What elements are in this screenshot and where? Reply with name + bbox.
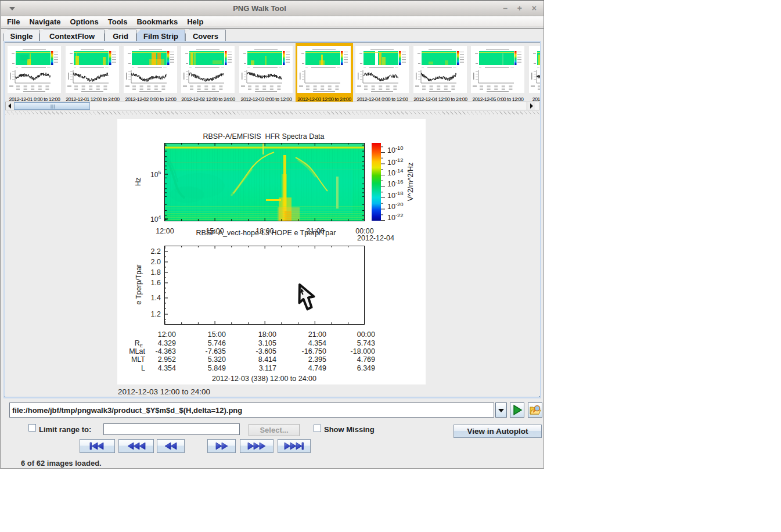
svg-text:-7.635: -7.635 xyxy=(206,347,226,355)
svg-text:104: 104 xyxy=(150,214,161,224)
svg-text:-4.363: -4.363 xyxy=(156,347,176,355)
svg-text:5.746: 5.746 xyxy=(208,339,226,347)
svg-text:4.749: 4.749 xyxy=(308,364,326,372)
svg-text:00:00: 00:00 xyxy=(357,330,375,339)
svg-text:12:00: 12:00 xyxy=(158,330,176,339)
svg-text:-16.750: -16.750 xyxy=(302,347,326,355)
svg-text:10-14: 10-14 xyxy=(387,167,404,177)
svg-text:10-10: 10-10 xyxy=(387,145,404,154)
svg-text:2.0: 2.0 xyxy=(151,258,161,266)
svg-text:10-20: 10-20 xyxy=(387,201,404,211)
svg-text:-18.000: -18.000 xyxy=(351,347,375,355)
svg-text:10-16: 10-16 xyxy=(387,178,404,188)
svg-text:10-18: 10-18 xyxy=(387,190,404,200)
svg-text:10-12: 10-12 xyxy=(387,157,404,167)
svg-text:4.354: 4.354 xyxy=(158,364,176,372)
svg-text:RBSP-A_vect-hope-L3 HOPE e Tp: RBSP-A_vect-hope-L3 HOPE e Tperp/Tpar xyxy=(196,229,336,237)
svg-text:4.354: 4.354 xyxy=(308,339,326,347)
svg-text:RBSP-A/EMFISIS HFR Spectra Da: RBSP-A/EMFISIS HFR Spectra Data xyxy=(203,132,324,141)
svg-text:105: 105 xyxy=(150,170,161,179)
svg-text:1.8: 1.8 xyxy=(151,268,161,276)
svg-text:5.849: 5.849 xyxy=(208,364,226,372)
svg-text:2012-12-03 (338) 12:00 to 24:0: 2012-12-03 (338) 12:00 to 24:00 xyxy=(212,375,316,383)
svg-text:1.6: 1.6 xyxy=(151,279,161,287)
svg-text:2.952: 2.952 xyxy=(158,355,176,364)
svg-text:MLT: MLT xyxy=(131,355,145,364)
svg-text:2.2: 2.2 xyxy=(151,247,161,256)
svg-text:8.414: 8.414 xyxy=(258,355,276,364)
svg-text:18:00: 18:00 xyxy=(258,330,276,339)
svg-text:L: L xyxy=(141,364,145,372)
svg-text:2.395: 2.395 xyxy=(308,355,326,364)
svg-text:6.349: 6.349 xyxy=(357,364,375,372)
svg-text:12:00: 12:00 xyxy=(156,227,174,235)
svg-text:e Tperp/Tpar: e Tperp/Tpar xyxy=(135,264,143,304)
svg-text:-3.605: -3.605 xyxy=(256,347,276,355)
svg-text:V^2/m^2/Hz: V^2/m^2/Hz xyxy=(406,163,415,202)
svg-text:4.769: 4.769 xyxy=(357,355,375,364)
svg-text:3.117: 3.117 xyxy=(259,364,276,372)
svg-text:15:00: 15:00 xyxy=(208,330,226,339)
svg-text:3.105: 3.105 xyxy=(258,339,276,347)
svg-text:MLat: MLat xyxy=(129,347,145,355)
svg-text:5.743: 5.743 xyxy=(357,339,375,347)
svg-text:10-22: 10-22 xyxy=(387,212,404,222)
svg-text:1.2: 1.2 xyxy=(151,310,161,318)
svg-text:Hz: Hz xyxy=(134,178,142,186)
svg-text:4.329: 4.329 xyxy=(158,339,176,347)
svg-text:1.4: 1.4 xyxy=(151,294,161,302)
svg-text:21:00: 21:00 xyxy=(308,330,326,339)
svg-text:5.320: 5.320 xyxy=(208,355,226,364)
svg-text:2012-12-04: 2012-12-04 xyxy=(357,234,394,242)
